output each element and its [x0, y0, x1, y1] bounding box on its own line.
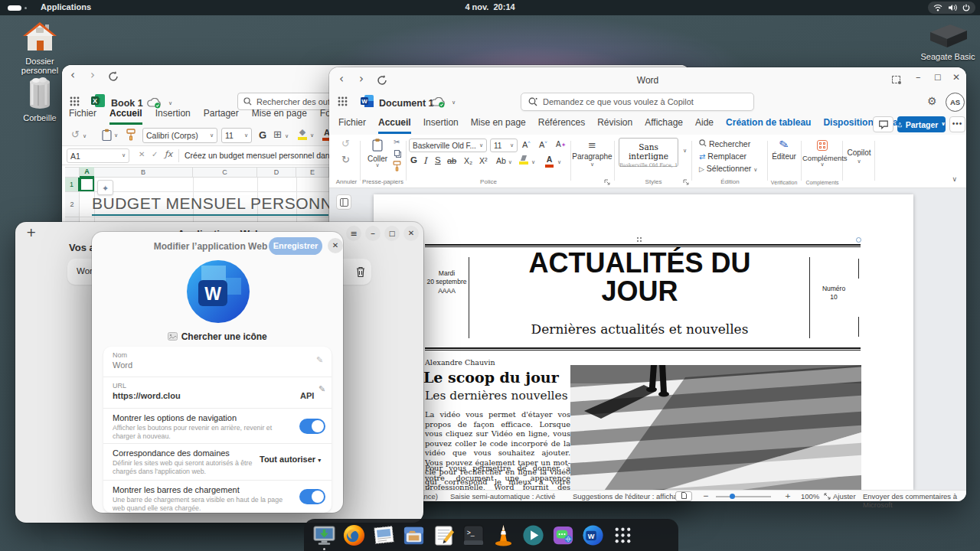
fill-color-dropdown-icon[interactable]: ∨	[310, 133, 314, 139]
shrink-font-icon[interactable]: A˅	[539, 140, 547, 149]
zoom-level[interactable]: 100%	[801, 492, 819, 500]
dock-media-player-icon[interactable]	[521, 523, 545, 547]
row-header-2[interactable]: 2	[65, 191, 80, 217]
cancel-entry-icon[interactable]: ✕	[139, 151, 145, 158]
webapp-icon-preview[interactable]: W	[186, 259, 250, 324]
format-painter-icon[interactable]	[126, 129, 136, 141]
close-button[interactable]: ✕	[952, 73, 960, 82]
bold-button[interactable]: G	[259, 129, 266, 141]
name-box[interactable]: A1∨	[67, 148, 129, 163]
dialog-launcher-icon[interactable]	[604, 179, 610, 185]
select-all-corner[interactable]	[65, 167, 80, 178]
addins-group[interactable]: Compléments ∨ Compléments	[802, 135, 842, 188]
table-resize-handle[interactable]	[856, 237, 861, 243]
avatar[interactable]: AS	[946, 93, 965, 112]
dock-vlc-icon[interactable]	[492, 523, 515, 547]
selected-cell-a1[interactable]	[80, 178, 94, 191]
font-color-icon[interactable]: A	[545, 155, 554, 168]
minimize-button[interactable]: –	[365, 226, 381, 241]
excel-tab-mise-en-page[interactable]: Mise en page	[252, 108, 307, 125]
screen-capture-icon[interactable]	[892, 76, 900, 83]
change-case-button[interactable]: Ab ∨	[496, 156, 512, 165]
excel-doc-title[interactable]: Book 1	[111, 98, 143, 109]
word-tab-insertion[interactable]: Insertion	[423, 117, 459, 134]
status-autocomplete[interactable]: Saisie semi-automatique : Activé	[450, 492, 555, 500]
maximize-button[interactable]: □	[384, 226, 400, 241]
fit-page-icon[interactable]	[824, 493, 831, 500]
doc-title-dropdown-icon[interactable]: ∨	[452, 100, 456, 106]
excel-tab-fichier[interactable]: Fichier	[69, 108, 96, 125]
search-icon-action[interactable]: Chercher une icône	[92, 329, 343, 343]
name-field-row[interactable]: Nom Word ✎	[103, 347, 332, 377]
minimize-button[interactable]: –	[916, 72, 921, 82]
column-header-c[interactable]: C	[193, 167, 257, 178]
clear-formatting-icon[interactable]: A✦	[556, 140, 566, 148]
bold-button[interactable]: G	[410, 155, 417, 165]
font-name-select[interactable]: Baskerville Old F...∨	[409, 139, 487, 152]
dock-word-icon[interactable]: W	[581, 523, 605, 547]
desktop-icon-drive[interactable]: Seagate Basic	[918, 21, 978, 61]
cell-sparkle-button[interactable]: ✦	[97, 180, 113, 195]
clipboard-icon[interactable]	[102, 129, 112, 141]
navigation-pane-button[interactable]	[336, 194, 351, 210]
dock-messaging-icon[interactable]	[551, 523, 575, 547]
clock[interactable]: 4 nov. 20:14	[0, 2, 980, 11]
format-painter-icon[interactable]	[393, 161, 401, 171]
cloud-saved-icon[interactable]	[431, 97, 446, 108]
back-button[interactable]: ‹	[70, 70, 75, 81]
column-header-a[interactable]: A	[80, 167, 94, 178]
excel-font-name-select[interactable]: Calibri (Corps)∨	[142, 128, 217, 143]
loading-bars-toggle[interactable]	[299, 489, 325, 504]
undo-icon[interactable]: ↺ ∨	[71, 129, 87, 139]
status-feedback[interactable]: Envoyer des commentaires à Microsoft	[863, 492, 966, 509]
zoom-slider-thumb[interactable]	[730, 494, 735, 499]
forward-button[interactable]: ›	[90, 70, 95, 81]
maximize-button[interactable]: □	[934, 73, 941, 81]
grow-font-icon[interactable]: A˄	[522, 140, 531, 149]
url-value[interactable]: https://word.clou	[113, 391, 181, 400]
zoom-slider[interactable]	[716, 496, 771, 497]
dock-firefox-icon[interactable]	[342, 523, 366, 547]
dock-file-manager-icon[interactable]	[402, 523, 426, 547]
styles-dropdown-icon[interactable]: ∨	[683, 148, 687, 154]
font-color-dropdown-icon[interactable]: ∨	[557, 160, 561, 165]
close-dialog-button[interactable]: ✕	[328, 238, 343, 253]
word-tab-aide[interactable]: Aide	[695, 117, 714, 134]
desktop-icon-trash[interactable]: Corbeille	[10, 75, 70, 122]
style-card[interactable]: Sans interligne Baskerville Old Face, 11	[619, 138, 678, 167]
cut-icon[interactable]: ✂	[394, 139, 400, 146]
column-header-b[interactable]: B	[94, 167, 193, 178]
row-header-1[interactable]: 1	[65, 178, 80, 191]
word-tab-fichier[interactable]: Fichier	[338, 117, 366, 134]
desktop-icon-home[interactable]: Dossier personnel	[10, 20, 70, 75]
word-tab-creation-tableau[interactable]: Création de tableau	[726, 117, 811, 134]
subscript-button[interactable]: X₂	[464, 156, 472, 165]
underline-button[interactable]: S	[435, 155, 441, 165]
zoom-out-button[interactable]: −	[703, 492, 709, 500]
excel-tab-insertion[interactable]: Insertion	[155, 108, 191, 125]
page-view-button[interactable]	[675, 491, 692, 501]
fx-icon[interactable]: ƒx	[165, 150, 172, 158]
borders-icon[interactable]: ⊞ ∨	[273, 129, 289, 139]
copilot-search-box[interactable]: Demandez ce que vous voulez à Copilot	[521, 93, 754, 111]
confirm-entry-icon[interactable]: ✓	[152, 151, 158, 158]
dock-mail-icon[interactable]	[372, 523, 396, 547]
dock-text-editor-icon[interactable]	[432, 523, 456, 547]
paragraph-group[interactable]: ≡ Paragraphe ∨	[572, 135, 612, 188]
paste-button[interactable]: Coller ∨	[366, 138, 389, 168]
highlight-dropdown-icon[interactable]: ∨	[531, 160, 535, 165]
cloud-saved-icon[interactable]	[147, 98, 162, 109]
table-move-handle[interactable]	[637, 237, 642, 243]
share-button[interactable]: Partager∨	[897, 116, 946, 132]
settings-gear-icon[interactable]: ⚙	[927, 96, 937, 106]
undo-icon[interactable]: ↺	[341, 139, 350, 148]
replace-button[interactable]: ⇄ Remplacer	[699, 152, 746, 161]
system-status-area[interactable]	[928, 2, 975, 14]
comments-button[interactable]	[873, 116, 893, 132]
excel-font-size-select[interactable]: 11∨	[221, 128, 252, 143]
edit-url-icon[interactable]: ✎	[318, 385, 325, 393]
copilot-group[interactable]: Copilot ∨	[844, 135, 874, 188]
word-tab-references[interactable]: Références	[538, 117, 585, 134]
column-header-e[interactable]: E	[296, 167, 329, 178]
dialog-launcher-icon[interactable]	[683, 179, 689, 185]
